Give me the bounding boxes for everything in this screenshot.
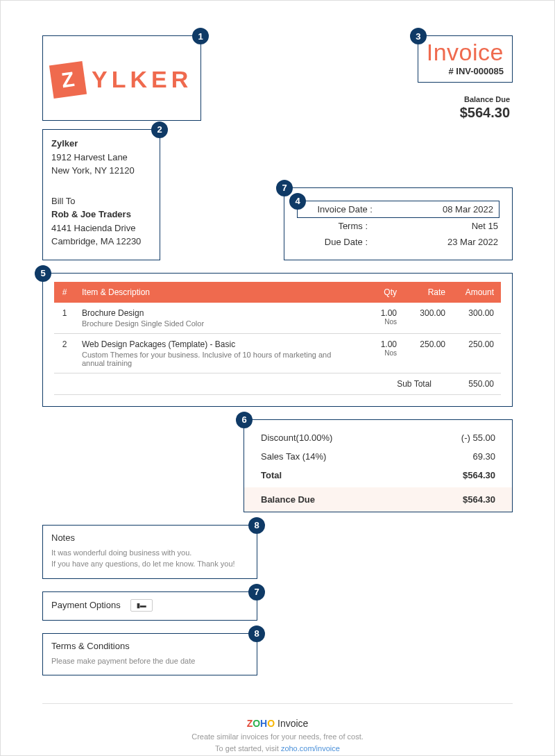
callout-7a: 7 — [276, 180, 293, 196]
subtotal-value: 550.00 — [452, 373, 501, 394]
item-cell: Web Design Packages (Template) - Basic C… — [75, 333, 355, 373]
payment-options-box: 7 Payment Options ▮▬ — [42, 591, 257, 621]
bill-to-heading: Bill To — [51, 194, 151, 208]
col-idx: # — [54, 282, 75, 303]
item-rate: 300.00 — [404, 303, 452, 334]
title-block: 3 Invoice # INV-000085 Balance Due $564.… — [418, 35, 513, 121]
item-unit: Nos — [362, 349, 397, 357]
terms-body: Please make payment before the due date — [51, 655, 248, 667]
tax-value: 69.30 — [472, 451, 495, 462]
addresses-box: 2 Zylker 1912 Harvest Lane New York, NY … — [42, 129, 160, 260]
invoice-date-label: Invoice Date : — [303, 204, 373, 215]
callout-3: 3 — [410, 28, 427, 44]
brand-invoice: Invoice — [275, 718, 308, 729]
invoice-date-row: 4 Invoice Date : 08 Mar 2022 — [297, 201, 500, 218]
terms-box: 8 Terms & Conditions Please make payment… — [42, 633, 257, 676]
item-amount: 300.00 — [452, 303, 501, 334]
col-rate: Rate — [404, 282, 452, 303]
item-idx: 2 — [54, 333, 75, 373]
tax-row: Sales Tax (14%) 69.30 — [258, 447, 498, 466]
item-cell: Brochure Design Brochure Design Single S… — [75, 303, 355, 334]
logo-badge-icon: Z — [49, 60, 87, 98]
total-label: Total — [261, 470, 282, 480]
balance-value: $564.30 — [463, 494, 495, 505]
brand-letter-h: H — [260, 718, 267, 729]
notes-line2: If you have any questions, do let me kno… — [51, 558, 248, 570]
col-desc: Item & Description — [75, 282, 355, 303]
balance-row: Balance Due $564.30 — [244, 487, 512, 512]
item-rate: 250.00 — [404, 333, 452, 373]
payment-heading: Payment Options — [51, 600, 121, 610]
col-amount: Amount — [452, 282, 501, 303]
table-header-row: # Item & Description Qty Rate Amount — [54, 282, 501, 303]
discount-label: Discount(10.00%) — [261, 432, 332, 443]
callout-8a: 8 — [248, 517, 265, 534]
callout-4: 4 — [289, 193, 306, 210]
callout-7b: 7 — [248, 584, 265, 600]
col-qty: Qty — [355, 282, 404, 303]
item-name: Brochure Design — [82, 308, 348, 318]
brand-letter-o: O — [253, 718, 260, 729]
balance-due-label: Balance Due — [418, 95, 510, 103]
footer-line1: Create similar invoices for your needs, … — [42, 731, 513, 743]
seller-addr-line1: 1912 Harvest Lane — [51, 151, 151, 165]
zoho-brand: ZOHO Invoice — [42, 716, 513, 731]
seller-name: Zylker — [51, 137, 151, 151]
terms-heading: Terms & Conditions — [51, 641, 248, 651]
callout-5: 5 — [35, 265, 51, 282]
bill-to-addr-line1: 4141 Hacienda Drive — [51, 221, 151, 235]
subtotal-row: Sub Total 550.00 — [54, 373, 501, 394]
line-items-table: # Item & Description Qty Rate Amount 1 B… — [54, 282, 501, 395]
callout-1: 1 — [192, 28, 209, 44]
seller-addr-line2: New York, NY 12120 — [51, 164, 151, 178]
terms-label: Terms : — [298, 221, 368, 231]
item-qty: 1.00 — [362, 339, 397, 349]
dates-box: 7 4 Invoice Date : 08 Mar 2022 Terms : N… — [284, 187, 513, 260]
logo-box: 1 Z YLKER — [42, 35, 201, 121]
item-sub: Custom Themes for your business. Inclusi… — [82, 351, 348, 367]
balance-label: Balance Due — [261, 494, 315, 505]
line-items-box: 5 # Item & Description Qty Rate Amount 1… — [42, 273, 513, 407]
brand-letter-o2: O — [267, 718, 275, 729]
item-amount: 250.00 — [452, 333, 501, 373]
terms-row: Terms : Net 15 — [297, 218, 500, 234]
due-date-value: 23 Mar 2022 — [368, 237, 498, 247]
callout-6: 6 — [236, 412, 253, 428]
callout-2: 2 — [151, 121, 168, 138]
title-box: 3 Invoice # INV-000085 — [418, 35, 513, 83]
total-value: $564.30 — [463, 470, 495, 480]
item-sub: Brochure Design Single Sided Color — [82, 319, 348, 328]
bill-to-addr-line2: Cambridge, MA 12230 — [51, 235, 151, 249]
invoice-date-value: 08 Mar 2022 — [373, 204, 493, 215]
discount-row: Discount(10.00%) (-) 55.00 — [258, 428, 498, 447]
footer-line2: To get started, visit zoho.com/invoice — [42, 743, 513, 755]
notes-heading: Notes — [51, 532, 248, 543]
footer-link[interactable]: zoho.com/invoice — [281, 744, 340, 753]
document-title: Invoice — [427, 39, 504, 66]
item-idx: 1 — [54, 303, 75, 334]
tax-label: Sales Tax (14%) — [261, 451, 326, 462]
invoice-page: 1 Z YLKER 3 Invoice # INV-000085 Balance… — [0, 0, 555, 756]
terms-value: Net 15 — [368, 221, 498, 231]
item-unit: Nos — [362, 318, 397, 326]
payment-row: Payment Options ▮▬ — [51, 599, 248, 612]
callout-8b: 8 — [248, 625, 265, 642]
credit-card-icon: ▮▬ — [130, 599, 153, 612]
due-date-row: Due Date : 23 Mar 2022 — [297, 234, 500, 250]
footer-line2-pre: To get started, visit — [215, 744, 281, 753]
balance-due-amount: $564.30 — [418, 105, 510, 121]
item-qty-cell: 1.00 Nos — [355, 333, 404, 373]
total-row: Total $564.30 — [258, 466, 498, 485]
due-date-label: Due Date : — [298, 237, 368, 247]
totals-box: 6 Discount(10.00%) (-) 55.00 Sales Tax (… — [244, 419, 513, 512]
invoice-number: # INV-000085 — [427, 66, 504, 76]
header-row: 1 Z YLKER 3 Invoice # INV-000085 Balance… — [42, 35, 513, 121]
item-name: Web Design Packages (Template) - Basic — [82, 339, 348, 349]
table-row: 1 Brochure Design Brochure Design Single… — [54, 303, 501, 334]
discount-value: (-) 55.00 — [461, 432, 495, 443]
balance-block: Balance Due $564.30 — [418, 95, 513, 121]
notes-box: 8 Notes It was wonderful doing business … — [42, 525, 257, 579]
brand-letter-z: Z — [247, 718, 253, 729]
notes-line1: It was wonderful doing business with you… — [51, 547, 248, 559]
item-qty-cell: 1.00 Nos — [355, 303, 404, 334]
